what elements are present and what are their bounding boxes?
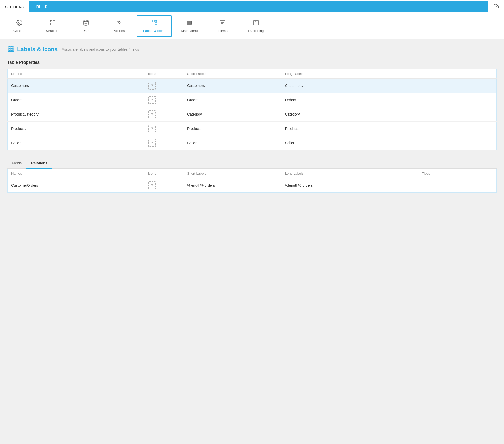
svg-rect-34 xyxy=(10,48,12,49)
cell-short-label: Customers xyxy=(184,79,281,93)
tab-main-menu[interactable]: Main Menu xyxy=(174,15,205,37)
upload-svg-icon xyxy=(494,4,499,9)
icon-placeholder[interactable]: ? xyxy=(148,96,156,104)
cell-name: Seller xyxy=(8,136,144,150)
relations-table-section: Names Icons Short Labels Long Labels Tit… xyxy=(7,169,497,193)
table-properties-table: Names Icons Short Labels Long Labels Cus… xyxy=(7,69,497,150)
tab-forms[interactable]: Forms xyxy=(207,15,238,37)
svg-rect-33 xyxy=(8,48,10,49)
table-row[interactable]: Customers ? Customers Customers xyxy=(8,79,497,93)
page-header: Labels & Icons Associate labels and icon… xyxy=(7,45,497,54)
cell-name: ProductCategory xyxy=(8,107,144,122)
cell-icon[interactable]: ? xyxy=(144,136,184,150)
relations-table: Names Icons Short Labels Long Labels Tit… xyxy=(7,169,497,193)
icon-placeholder[interactable]: ? xyxy=(148,82,156,90)
table-row[interactable]: Seller ? Seller Seller xyxy=(8,136,497,150)
actions-icon xyxy=(116,20,122,27)
svg-rect-3 xyxy=(53,20,55,22)
cell-extra xyxy=(418,107,497,122)
svg-rect-35 xyxy=(12,48,14,49)
tab-general-label: General xyxy=(13,29,25,33)
section-tabs: General Structure Data xyxy=(0,14,504,39)
tab-actions[interactable]: Actions xyxy=(104,15,135,37)
tab-data-label: Data xyxy=(82,29,89,33)
cell-icon[interactable]: ? xyxy=(144,107,184,122)
table-properties-heading: Table Properties xyxy=(7,60,497,65)
cell-icon[interactable]: ? xyxy=(144,79,184,93)
rel-cell-icon[interactable]: ? xyxy=(144,178,184,193)
sub-tabs: Fields Relations xyxy=(7,158,497,169)
table-row[interactable]: ProductCategory ? Category Category xyxy=(8,107,497,122)
table-row[interactable]: Products ? Products Products xyxy=(8,122,497,136)
rel-col-header-titles: Titles xyxy=(418,169,497,178)
main-menu-icon xyxy=(186,20,192,27)
publishing-icon xyxy=(253,20,259,27)
tab-fields-label: Fields xyxy=(12,161,22,165)
cell-extra xyxy=(418,122,497,136)
relations-header-row: Names Icons Short Labels Long Labels Tit… xyxy=(8,169,497,178)
gear-icon xyxy=(16,20,22,27)
rel-icon-placeholder[interactable]: ? xyxy=(148,181,156,189)
relations-row[interactable]: CustomerOrders ? %length% orders %length… xyxy=(8,178,497,193)
svg-rect-4 xyxy=(50,23,52,25)
cell-extra xyxy=(418,93,497,107)
page-header-description: Associate labels and icons to your table… xyxy=(62,47,139,52)
svg-point-10 xyxy=(119,24,119,25)
svg-rect-19 xyxy=(156,24,157,25)
cell-name: Customers xyxy=(8,79,144,93)
cell-icon[interactable]: ? xyxy=(144,122,184,136)
page-content: Labels & Icons Associate labels and icon… xyxy=(0,39,504,206)
rel-cell-title xyxy=(418,178,497,193)
rel-cell-name: CustomerOrders xyxy=(8,178,144,193)
svg-rect-38 xyxy=(12,50,14,52)
col-header-extra xyxy=(418,69,497,79)
tab-main-menu-label: Main Menu xyxy=(181,29,198,33)
tab-publishing[interactable]: Publishing xyxy=(240,15,272,37)
svg-rect-17 xyxy=(152,24,153,25)
tab-publishing-label: Publishing xyxy=(248,29,264,33)
cell-short-label: Category xyxy=(184,107,281,122)
icon-placeholder[interactable]: ? xyxy=(148,125,156,132)
cell-long-label: Seller xyxy=(281,136,418,150)
cell-long-label: Category xyxy=(281,107,418,122)
tab-forms-label: Forms xyxy=(218,29,228,33)
rel-cell-long-label: %length% orders xyxy=(281,178,418,193)
build-tab[interactable]: BUILD xyxy=(29,1,488,12)
icon-placeholder[interactable]: ? xyxy=(148,110,156,118)
cell-extra xyxy=(418,136,497,150)
svg-rect-11 xyxy=(152,20,153,21)
data-icon xyxy=(83,20,89,27)
svg-rect-13 xyxy=(156,20,157,21)
tab-relations[interactable]: Relations xyxy=(26,158,52,169)
rel-col-header-names: Names xyxy=(8,169,144,178)
tab-structure[interactable]: Structure xyxy=(37,15,68,37)
cell-extra xyxy=(418,79,497,93)
tab-actions-label: Actions xyxy=(114,29,125,33)
table-row[interactable]: Orders ? Orders Orders xyxy=(8,93,497,107)
cell-icon[interactable]: ? xyxy=(144,93,184,107)
forms-icon xyxy=(219,20,226,27)
rel-cell-short-label: %length% orders xyxy=(184,178,281,193)
tab-labels-icons-label: Labels & Icons xyxy=(143,29,165,33)
rel-col-header-long-labels: Long Labels xyxy=(281,169,418,178)
table-header-row: Names Icons Short Labels Long Labels xyxy=(8,69,497,79)
icon-placeholder[interactable]: ? xyxy=(148,139,156,147)
tab-fields[interactable]: Fields xyxy=(7,158,26,169)
cell-short-label: Orders xyxy=(184,93,281,107)
cell-name: Products xyxy=(8,122,144,136)
svg-rect-30 xyxy=(8,46,10,47)
svg-rect-5 xyxy=(53,23,55,25)
cell-long-label: Orders xyxy=(281,93,418,107)
tab-data[interactable]: Data xyxy=(70,15,102,37)
cell-long-label: Products xyxy=(281,122,418,136)
upload-icon[interactable] xyxy=(488,0,504,14)
table-properties-section: Table Properties Names Icons Short Label… xyxy=(7,60,497,150)
svg-point-9 xyxy=(87,21,87,22)
svg-point-1 xyxy=(18,22,20,23)
tab-general[interactable]: General xyxy=(4,15,35,37)
page-header-title: Labels & Icons xyxy=(17,46,58,53)
tab-labels-icons[interactable]: Labels & Icons xyxy=(137,15,172,37)
tab-relations-label: Relations xyxy=(31,161,47,165)
top-nav: SECTIONS BUILD xyxy=(0,0,504,14)
svg-rect-31 xyxy=(10,46,12,47)
